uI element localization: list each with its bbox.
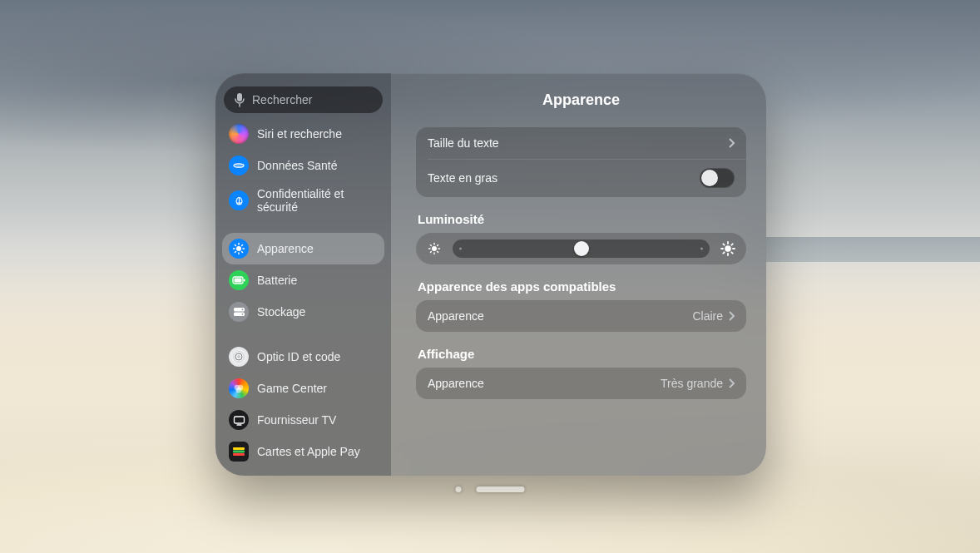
svg-point-20 [237,355,240,358]
storage-icon [229,302,249,322]
svg-line-8 [235,244,235,245]
sidebar: Siri et recherche Données Santé Confiden… [215,73,391,476]
content-pane: Apparence Taille du texte Texte en gras … [391,73,766,476]
svg-point-18 [241,314,243,315]
sidebar-item-label: Données Santé [257,159,338,172]
svg-point-24 [236,388,242,393]
row-label: Texte en gras [428,171,497,185]
svg-point-3 [236,246,241,251]
microphone-icon [234,92,245,107]
sidebar-item-label: Confidentialité et sécurité [257,187,378,214]
chevron-right-icon [728,311,735,321]
sidebar-item-storage[interactable]: Stockage [222,296,384,328]
sidebar-item-label: Game Center [257,382,327,395]
svg-point-2 [234,164,244,167]
brightness-slider[interactable] [453,239,710,258]
bold-text-toggle[interactable] [700,168,735,188]
health-icon [229,156,249,175]
row-label: Apparence [428,309,484,323]
sidebar-item-siri[interactable]: Siri et recherche [222,118,384,150]
sidebar-item-label: Fournisseur TV [257,413,336,427]
bold-text-row: Texte en gras [416,159,746,197]
compatible-apps-appearance-row[interactable]: Apparence Claire [416,300,746,332]
tv-provider-icon [229,410,249,430]
brightness-high-icon [720,240,736,257]
svg-line-11 [235,252,235,253]
slider-min-dot [459,248,462,250]
svg-rect-29 [233,453,245,456]
compatible-apps-group: Apparence Claire [416,300,746,332]
chevron-right-icon [728,378,735,388]
svg-line-37 [438,244,438,245]
svg-rect-14 [244,279,245,282]
row-value: Claire [692,309,723,323]
siri-icon [229,124,249,144]
sidebar-item-tv-provider[interactable]: Fournisseur TV [222,404,384,436]
optic-id-icon [229,347,249,367]
sidebar-item-health[interactable]: Données Santé [222,150,384,181]
sidebar-item-label: Apparence [257,242,314,255]
sidebar-item-label: Batterie [257,274,297,287]
slider-max-dot [700,248,703,250]
privacy-icon [229,190,249,210]
sidebar-item-privacy[interactable]: Confidentialité et sécurité [222,181,384,220]
page-indicator [456,486,525,492]
svg-line-46 [731,244,732,244]
sidebar-item-label: Siri et recherche [257,127,342,141]
svg-rect-27 [233,447,245,450]
settings-window: Siri et recherche Données Santé Confiden… [215,73,766,476]
svg-rect-28 [233,451,245,453]
svg-line-45 [731,252,732,253]
game-center-icon [229,378,249,398]
wallet-icon [229,442,249,462]
svg-line-35 [430,244,431,245]
row-label: Taille du texte [428,136,499,150]
sidebar-item-label: Stockage [257,305,305,318]
sidebar-item-label: Cartes et Apple Pay [257,445,360,458]
svg-line-36 [438,252,438,253]
sidebar-item-appearance[interactable]: Apparence [222,233,384,264]
brightness-row [416,233,746,264]
toggle-knob [701,170,718,186]
page-dot[interactable] [456,486,462,492]
text-group: Taille du texte Texte en gras [416,127,746,197]
search-field[interactable] [224,86,383,113]
svg-point-30 [432,246,437,251]
display-header: Affichage [418,347,745,361]
sidebar-item-game-center[interactable]: Game Center [222,373,384,404]
battery-icon [229,270,249,290]
display-appearance-row[interactable]: Apparence Très grande [416,368,746,399]
svg-rect-0 [237,93,242,101]
svg-line-9 [242,252,243,253]
svg-line-44 [723,244,724,244]
svg-point-17 [241,309,243,310]
page-title: Apparence [416,91,746,109]
svg-line-38 [430,252,431,253]
display-group: Apparence Très grande [416,368,746,399]
sidebar-item-battery[interactable]: Batterie [222,264,384,296]
row-value: Très grande [661,377,723,390]
page-bar-current[interactable] [477,486,525,492]
slider-thumb[interactable] [574,241,589,256]
sidebar-item-wallet[interactable]: Cartes et Apple Pay [222,436,384,467]
sidebar-item-optic-id[interactable]: Optic ID et code [222,341,384,373]
text-size-row[interactable]: Taille du texte [416,127,746,159]
svg-point-39 [725,245,731,252]
svg-rect-25 [234,417,244,423]
compatible-apps-header: Apparence des apps compatibles [418,279,745,294]
sidebar-item-label: Optic ID et code [257,350,340,363]
svg-line-47 [723,252,724,253]
search-input[interactable] [252,93,373,106]
brightness-header: Luminosité [418,212,745,226]
brightness-low-icon [426,240,443,257]
chevron-right-icon [728,138,735,148]
appearance-icon [229,239,249,259]
svg-rect-13 [235,279,242,283]
row-label: Apparence [428,377,484,390]
svg-line-10 [242,244,243,245]
